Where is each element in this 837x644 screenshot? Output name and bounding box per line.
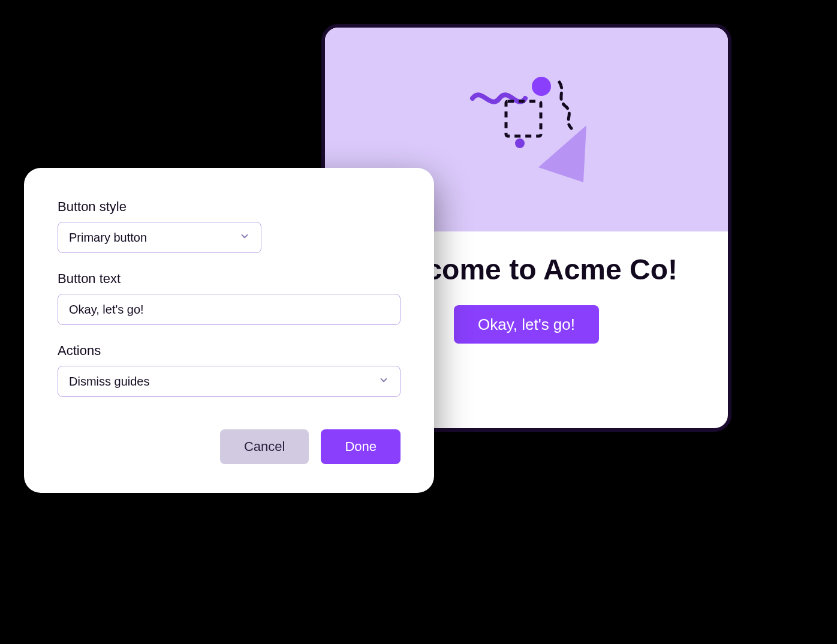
svg-point-1 [515, 139, 525, 148]
button-style-select[interactable]: Primary button [58, 222, 401, 253]
chevron-down-icon [239, 231, 250, 244]
actions-select[interactable]: Dismiss guides [58, 366, 401, 397]
button-style-value: Primary button [69, 231, 147, 245]
editor-card: Button style Primary button Button text … [24, 168, 434, 493]
cancel-button[interactable]: Cancel [220, 429, 309, 464]
actions-label: Actions [58, 343, 401, 359]
svg-point-0 [532, 77, 551, 96]
svg-rect-2 [506, 101, 541, 136]
chevron-down-icon [378, 375, 389, 388]
party-popper-icon [448, 65, 604, 194]
button-text-label: Button text [58, 271, 401, 287]
actions-value: Dismiss guides [69, 375, 149, 389]
button-style-label: Button style [58, 199, 401, 215]
button-text-input[interactable] [58, 294, 401, 325]
done-button[interactable]: Done [321, 429, 401, 464]
preview-cta-button[interactable]: Okay, let's go! [454, 305, 599, 344]
